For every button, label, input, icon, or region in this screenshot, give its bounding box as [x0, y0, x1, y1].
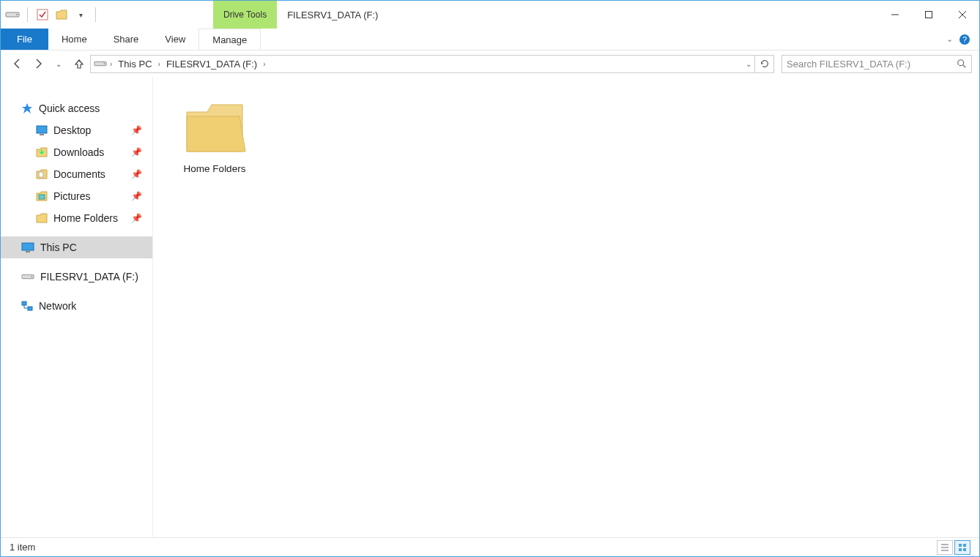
expand-ribbon-icon[interactable]: ⌄	[946, 34, 953, 44]
svg-rect-18	[26, 251, 30, 253]
svg-rect-29	[963, 548, 966, 551]
maximize-button[interactable]	[912, 1, 946, 29]
svg-rect-15	[39, 172, 43, 177]
search-box[interactable]: Search FILESRV1_DATA (F:)	[782, 55, 972, 73]
back-button[interactable]	[8, 54, 27, 73]
sidebar-item-desktop[interactable]: Desktop 📌	[1, 119, 152, 141]
svg-point-10	[104, 63, 105, 64]
svg-rect-13	[37, 126, 47, 133]
recent-dropdown-icon[interactable]: ⌄	[49, 54, 68, 73]
folder-icon	[182, 99, 247, 157]
chevron-right-icon[interactable]: ›	[158, 60, 160, 68]
qat-dropdown-icon[interactable]: ▾	[73, 9, 88, 20]
sidebar-item-pictures[interactable]: Pictures 📌	[1, 185, 152, 207]
drive-icon	[5, 9, 20, 20]
status-bar: 1 item	[1, 537, 979, 556]
svg-point-1	[16, 14, 18, 15]
window-title: FILESRV1_DATA (F:)	[277, 1, 388, 29]
body: Quick access Desktop 📌 Downloads 📌	[1, 77, 979, 537]
folder-item[interactable]: Home Folders	[171, 99, 259, 174]
svg-line-12	[963, 65, 966, 68]
svg-rect-26	[959, 544, 962, 547]
svg-rect-4	[926, 12, 932, 18]
address-dropdown-icon[interactable]: ⌄	[746, 60, 751, 68]
nav-row: ⌄ › This PC › FILESRV1_DATA (F:) › ⌄	[1, 51, 979, 77]
properties-icon[interactable]	[35, 9, 50, 20]
large-icons-view-button[interactable]	[954, 540, 970, 555]
contextual-tab-drive-tools[interactable]: Drive Tools	[213, 1, 277, 29]
divider	[27, 7, 28, 22]
pin-icon: 📌	[131, 147, 142, 157]
sidebar-item-label: Home Folders	[53, 212, 118, 224]
window-controls	[878, 1, 979, 29]
tab-view[interactable]: View	[152, 29, 198, 50]
up-button[interactable]	[70, 54, 89, 73]
details-view-button[interactable]	[937, 540, 953, 555]
search-placeholder: Search FILESRV1_DATA (F:)	[787, 59, 910, 70]
breadcrumb-this-pc[interactable]: This PC	[115, 59, 155, 70]
svg-rect-27	[963, 544, 966, 547]
sidebar-item-label: Pictures	[53, 190, 91, 202]
address-bar[interactable]: › This PC › FILESRV1_DATA (F:) › ⌄	[90, 55, 755, 73]
downloads-icon	[36, 147, 48, 157]
sidebar-item-label: Downloads	[53, 146, 104, 158]
chevron-right-icon[interactable]: ›	[263, 60, 265, 68]
drive-icon	[21, 273, 34, 280]
tab-share[interactable]: Share	[100, 29, 152, 50]
search-icon[interactable]	[957, 59, 967, 69]
sidebar-item-downloads[interactable]: Downloads 📌	[1, 141, 152, 163]
sidebar-item-label: FILESRV1_DATA (F:)	[40, 271, 138, 283]
content-pane[interactable]: Home Folders	[153, 77, 979, 537]
ribbon-right: ⌄ ?	[938, 29, 979, 50]
sidebar-item-label: Desktop	[53, 124, 91, 136]
sidebar-item-label: Network	[39, 300, 76, 312]
folder-icon	[36, 213, 48, 223]
pin-icon: 📌	[131, 213, 142, 223]
svg-text:?: ?	[962, 35, 967, 44]
pin-icon: 📌	[131, 125, 142, 135]
minimize-button[interactable]	[878, 1, 912, 29]
network-icon	[21, 301, 33, 311]
svg-rect-22	[28, 307, 32, 310]
star-icon	[21, 102, 33, 114]
svg-rect-21	[22, 302, 26, 305]
svg-rect-17	[22, 243, 34, 250]
svg-point-20	[31, 276, 33, 277]
pin-icon: 📌	[131, 169, 142, 179]
svg-rect-14	[40, 134, 44, 135]
sidebar-item-label: This PC	[40, 242, 77, 253]
sidebar-item-label: Quick access	[39, 102, 100, 114]
pin-icon: 📌	[131, 191, 142, 201]
sidebar-item-home-folders[interactable]: Home Folders 📌	[1, 207, 152, 229]
view-switch	[937, 540, 970, 555]
svg-rect-16	[39, 195, 45, 199]
sidebar-this-pc[interactable]: This PC	[1, 236, 152, 258]
nav-pane: Quick access Desktop 📌 Downloads 📌	[1, 77, 153, 537]
close-button[interactable]	[946, 1, 979, 29]
svg-rect-28	[959, 548, 962, 551]
sidebar-quick-access[interactable]: Quick access	[1, 97, 152, 119]
new-folder-icon[interactable]	[54, 9, 69, 20]
tab-home[interactable]: Home	[48, 29, 100, 50]
sidebar-item-documents[interactable]: Documents 📌	[1, 163, 152, 185]
explorer-window: ▾ Drive Tools FILESRV1_DATA (F:) File Ho…	[0, 0, 980, 557]
tab-manage[interactable]: Manage	[198, 29, 261, 50]
svg-rect-2	[37, 10, 48, 20]
sidebar-drive[interactable]: FILESRV1_DATA (F:)	[1, 266, 152, 288]
sidebar-item-label: Documents	[53, 168, 105, 180]
computer-icon	[21, 242, 34, 253]
ribbon-tabs: File Home Share View Manage ⌄ ?	[1, 29, 979, 51]
pictures-icon	[36, 191, 48, 201]
quick-access-toolbar: ▾	[1, 1, 103, 29]
forward-button[interactable]	[29, 54, 48, 73]
sidebar-network[interactable]: Network	[1, 295, 152, 317]
breadcrumb-current[interactable]: FILESRV1_DATA (F:)	[163, 59, 260, 70]
documents-icon	[36, 169, 48, 179]
tab-file[interactable]: File	[1, 29, 48, 50]
help-icon[interactable]: ?	[959, 34, 970, 45]
item-count: 1 item	[10, 542, 35, 553]
svg-point-11	[958, 60, 964, 66]
refresh-button[interactable]	[755, 55, 774, 73]
desktop-icon	[36, 125, 48, 135]
chevron-right-icon[interactable]: ›	[110, 60, 112, 68]
